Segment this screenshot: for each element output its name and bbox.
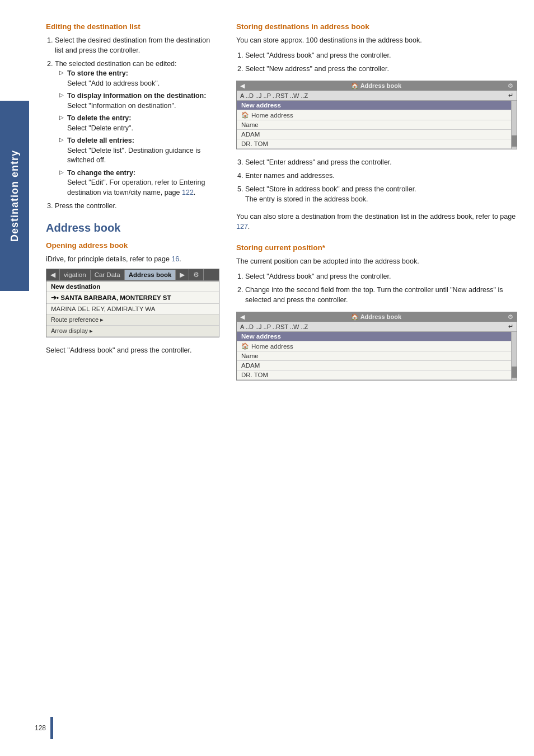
addr-book-title-2: 🏠 Address book — [245, 313, 508, 321]
addr-dr-tom-1[interactable]: DR. TOM — [237, 139, 511, 149]
address-book-heading: Address book — [46, 222, 219, 234]
nav-address-book[interactable]: Address book — [125, 270, 176, 280]
dest-arrow-display: Arrow display ▸ — [46, 326, 219, 337]
page-link-122[interactable]: 122 — [182, 189, 194, 196]
page-link-127[interactable]: 127 — [236, 223, 248, 231]
nav-forward-arrow: ▶ — [176, 269, 189, 280]
left-column: Editing the destination list Select the … — [46, 22, 219, 388]
editing-step-2: The selected destination can be edited: … — [55, 59, 219, 198]
dest-new-destination: New destination — [46, 281, 219, 292]
addr-home-address-1[interactable]: 🏠 Home address — [237, 110, 511, 120]
main-content: Editing the destination list Select the … — [35, 0, 534, 411]
page-link-16[interactable]: 16 — [171, 255, 179, 263]
destination-widget: New destination ➔• SANTA BARBARA, MONTER… — [46, 281, 219, 337]
storing-section: Storing destinations in address book You… — [236, 22, 517, 232]
opening-section: Opening address book iDrive, for princip… — [46, 241, 219, 265]
opening-instruction: Select "Address book" and press the cont… — [46, 345, 219, 356]
addr-widget-2-header: ◀ 🏠 Address book ⚙ — [237, 312, 517, 322]
dest-santa-barbara: ➔• SANTA BARBARA, MONTERREY ST — [46, 292, 219, 304]
sidebar-label-text: Destination entry — [9, 150, 21, 242]
addr-adam-1[interactable]: ADAM — [237, 130, 511, 139]
sidebar-label: Destination entry — [0, 101, 29, 291]
storing-intro: You can store approx. 100 destinations i… — [236, 35, 517, 46]
bullet-change: To change the entry: Select "Edit". For … — [59, 168, 219, 198]
editing-step-3: Press the controller. — [55, 201, 219, 211]
addr-alpha-row-1: A ..D ..J ..P ..RST ..W ..Z ↵ — [237, 91, 517, 101]
address-book-widget-1: ◀ 🏠 Address book ⚙ A ..D ..J ..P ..RST .… — [236, 81, 517, 149]
storing-title: Storing destinations in address book — [236, 22, 517, 31]
storing-step-1: Select "Address book" and press the cont… — [245, 50, 517, 60]
addr-scrollbar-1[interactable] — [511, 101, 517, 149]
storing-steps-1-2: Select "Address book" and press the cont… — [236, 50, 517, 74]
storing-note: The entry is stored in the address book. — [245, 195, 368, 203]
nav-bar: ◀ vigation Car Data Address book ▶ ⚙ — [46, 269, 219, 281]
storing-current-intro: The current position can be adopted into… — [236, 256, 517, 267]
addr-book-title-1: 🏠 Address book — [245, 82, 508, 90]
storing-current-section: Storing current position* The current po… — [236, 243, 517, 381]
bullet-store: To store the entry: Select "Add to addre… — [59, 69, 219, 88]
page-number-text: 128 — [35, 724, 46, 732]
editing-section: Editing the destination list Select the … — [46, 22, 219, 212]
addr-scrollbar-2[interactable] — [511, 332, 517, 380]
storing-current-step-1: Select "Address book" and press the cont… — [245, 271, 517, 281]
nav-back-arrow: ◀ — [46, 269, 60, 280]
editing-steps: Select the desired destination from the … — [46, 35, 219, 212]
addr-list-2: New address 🏠 Home address Name ADAM DR.… — [237, 332, 511, 380]
bullet-display: To display information on the destinatio… — [59, 91, 219, 111]
storing-current-steps: Select "Address book" and press the cont… — [236, 271, 517, 305]
addr-home-address-2[interactable]: 🏠 Home address — [237, 341, 511, 351]
addr-book-icon-left: ◀ — [240, 82, 245, 90]
opening-title: Opening address book — [46, 241, 219, 250]
addr-scroll-thumb-2 — [512, 367, 517, 378]
addr-book-icon-right-2: ⚙ — [508, 313, 513, 321]
addr-book-icon-right: ⚙ — [508, 82, 513, 90]
bullet-delete-entry: To delete the entry: Select "Delete entr… — [59, 114, 219, 133]
page-number-bar — [50, 717, 53, 739]
nav-vigation[interactable]: vigation — [60, 270, 91, 280]
two-column-layout: Editing the destination list Select the … — [46, 22, 517, 388]
addr-widget-2-inner: New address 🏠 Home address Name ADAM DR.… — [237, 332, 517, 380]
addr-adam-2[interactable]: ADAM — [237, 361, 511, 370]
nav-icon-right: ⚙ — [189, 269, 204, 280]
addr-scroll-thumb-1 — [512, 135, 517, 147]
addr-new-address-2[interactable]: New address — [237, 332, 511, 341]
storing-step-3: Select "Enter address" and press the con… — [245, 157, 517, 167]
editing-step-1: Select the desired destination from the … — [55, 35, 219, 55]
bullet-delete-all: To delete all entries: Select "Delete li… — [59, 136, 219, 166]
storing-steps-3-5: Select "Enter address" and press the con… — [236, 157, 517, 205]
addr-widget-1-inner: New address 🏠 Home address Name ADAM DR.… — [237, 101, 517, 149]
storing-step-2: Select "New address" and press the contr… — [245, 64, 517, 74]
editing-title: Editing the destination list — [46, 22, 219, 31]
right-column: Storing destinations in address book You… — [236, 22, 517, 388]
addr-new-address-1[interactable]: New address — [237, 101, 511, 110]
editing-bullets: To store the entry: Select "Add to addre… — [55, 69, 219, 198]
addr-dr-tom-2[interactable]: DR. TOM — [237, 370, 511, 380]
storing-step-4: Enter names and addresses. — [245, 171, 517, 181]
addr-enter-key-2: ↵ — [508, 323, 513, 330]
addr-name-2[interactable]: Name — [237, 351, 511, 361]
storing-current-title: Storing current position* — [236, 243, 517, 252]
storing-current-step-2: Change into the second field from the to… — [245, 285, 517, 305]
dest-route-pref: Route preference ▸ — [46, 314, 219, 326]
addr-list-1: New address 🏠 Home address Name ADAM DR.… — [237, 101, 511, 149]
addr-name-1[interactable]: Name — [237, 120, 511, 130]
page-number-section: 128 — [35, 717, 53, 739]
nav-car-data[interactable]: Car Data — [91, 270, 125, 280]
dest-marina-del-rey: MARINA DEL REY, ADMIRALTY WA — [46, 304, 219, 314]
storing-also: You can also store a destination from th… — [236, 212, 517, 233]
addr-widget-1-header: ◀ 🏠 Address book ⚙ — [237, 81, 517, 91]
addr-book-icon-left-2: ◀ — [240, 313, 245, 321]
storing-step-5: Select "Store in address book" and press… — [245, 184, 517, 204]
opening-text: iDrive, for principle details, refer to … — [46, 254, 219, 265]
addr-enter-key-1: ↵ — [508, 92, 513, 99]
addr-alpha-row-2: A ..D ..J ..P ..RST ..W ..Z ↵ — [237, 322, 517, 332]
address-book-widget-2: ◀ 🏠 Address book ⚙ A ..D ..J ..P ..RST .… — [236, 312, 517, 381]
